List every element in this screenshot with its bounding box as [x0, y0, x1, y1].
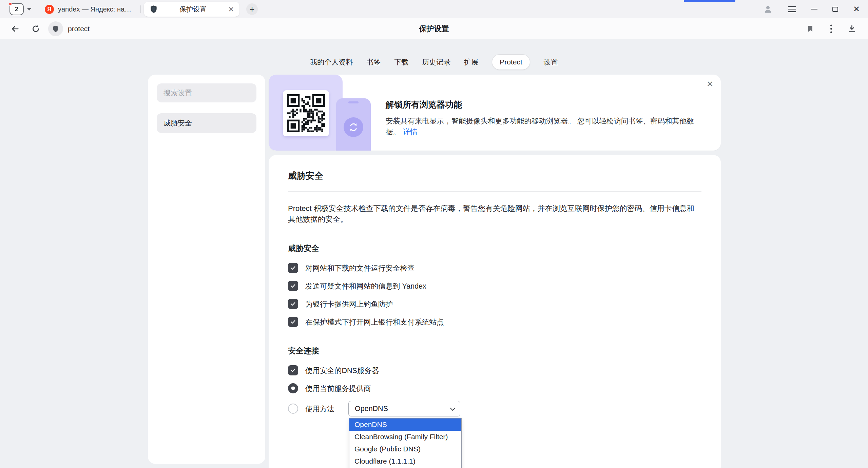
more-menu-button[interactable] — [830, 24, 832, 33]
checkbox-checked-icon[interactable] — [288, 281, 298, 291]
tab-title: 保护设置 — [162, 5, 224, 14]
search-input[interactable] — [157, 83, 256, 102]
menu-hamburger-icon[interactable] — [788, 6, 796, 12]
download-icon — [847, 24, 856, 33]
threat-security-panel: 威胁安全 Protect 积极安全技术检查下载的文件是否存在病毒，警告您有关危险… — [269, 155, 721, 468]
back-arrow-icon — [10, 24, 20, 34]
option-row-secure-dns[interactable]: 使用安全的DNS服务器 — [288, 365, 701, 376]
downloads-button[interactable] — [847, 24, 856, 33]
nav-item-settings[interactable]: 设置 — [544, 57, 558, 67]
page-title: 保护设置 — [419, 24, 449, 34]
option-row-antiphishing[interactable]: 为银行卡提供网上钓鱼防护 — [288, 298, 701, 309]
sidebar-item-threat-security[interactable]: 威胁安全 — [157, 113, 256, 133]
maximize-button[interactable] — [832, 7, 838, 12]
option-label: 使用安全的DNS服务器 — [305, 366, 379, 375]
profile-avatar-icon[interactable] — [763, 4, 773, 14]
back-button[interactable] — [10, 24, 20, 34]
section-heading-connection: 安全连接 — [288, 346, 701, 356]
dropdown-option-cloudflare[interactable]: Cloudflare (1.1.1.1) — [349, 455, 461, 467]
browser-window: 2 Я yandex — Яндекс: нашёлс 保护设置 ✕ + ✕ — [0, 0, 868, 468]
tab-yandex[interactable]: Я yandex — Яндекс: нашёлс — [41, 3, 138, 16]
banner-body: 安装具有来电显示，智能摄像头和更多功能的移动浏览器。 您可以轻松访问书签、密码和… — [386, 116, 708, 137]
nav-item-extensions[interactable]: 扩展 — [464, 57, 478, 67]
checkbox-checked-icon[interactable] — [288, 263, 298, 273]
select-value: OpenDNS — [355, 405, 388, 413]
banner-text: 解锁所有浏览器功能 安装具有来电显示，智能摄像头和更多功能的移动浏览器。 您可以… — [386, 99, 708, 137]
section-heading-threat: 威胁安全 — [288, 243, 701, 254]
nav-item-downloads[interactable]: 下载 — [394, 57, 408, 67]
bookmark-button[interactable] — [806, 25, 814, 33]
shield-favicon-icon — [149, 5, 158, 14]
banner-body-text: 安装具有来电显示，智能摄像头和更多功能的移动浏览器。 您可以轻松访问书签、密码和… — [386, 117, 694, 136]
window-controls: ✕ — [763, 0, 860, 18]
radio-row-current-provider[interactable]: 使用当前服务提供商 — [288, 383, 701, 394]
dropdown-option-google[interactable]: Google (Public DNS) — [349, 443, 461, 455]
radio-unselected-icon[interactable] — [288, 404, 298, 414]
nav-item-protect[interactable]: Protect — [492, 54, 530, 70]
option-label: 使用方法 — [305, 404, 334, 414]
nav-item-profile[interactable]: 我的个人资料 — [310, 57, 353, 67]
dns-provider-dropdown: OpenDNS CleanBrowsing (Family Filter) Go… — [349, 418, 462, 468]
banner-details-link[interactable]: 详情 — [403, 128, 418, 136]
divider — [288, 191, 701, 192]
notification-dot — [8, 2, 12, 6]
panel-title: 威胁安全 — [288, 170, 701, 182]
option-row-protected-mode[interactable]: 在保护模式下打开网上银行和支付系统站点 — [288, 316, 701, 327]
yandex-favicon-icon: Я — [45, 5, 54, 14]
banner-close-icon[interactable]: ✕ — [707, 80, 713, 88]
site-badge[interactable] — [48, 21, 63, 36]
option-label: 为银行卡提供网上钓鱼防护 — [305, 299, 393, 309]
option-label: 在保护模式下打开网上银行和支付系统站点 — [305, 317, 444, 327]
option-label: 对网站和下载的文件运行安全检查 — [305, 263, 415, 273]
reload-button[interactable] — [31, 24, 40, 33]
window-close-icon[interactable]: ✕ — [853, 5, 860, 13]
checkbox-checked-icon[interactable] — [288, 365, 298, 375]
dns-provider-select[interactable]: OpenDNS — [348, 401, 460, 416]
banner-title: 解锁所有浏览器功能 — [386, 99, 708, 110]
radio-selected-icon[interactable] — [288, 383, 298, 393]
tab-list-chevron-icon[interactable] — [27, 8, 31, 11]
tab-title: yandex — Яндекс: нашёлс — [58, 5, 134, 13]
checkbox-checked-icon[interactable] — [288, 299, 298, 309]
window-accent-bar — [684, 0, 735, 2]
dns-select-wrap: OpenDNS OpenDNS CleanBrowsing (Family Fi… — [348, 401, 460, 416]
minimize-button[interactable] — [811, 9, 817, 10]
tab-divider — [140, 5, 141, 13]
tab-protect-settings[interactable]: 保护设置 ✕ — [144, 2, 239, 17]
toolbar: protect 保护设置 — [0, 18, 868, 39]
address-input[interactable]: protect — [68, 25, 90, 33]
option-row-send-suspicious[interactable]: 发送可疑文件和网站的信息到 Yandex — [288, 280, 701, 291]
chevron-down-icon — [450, 406, 456, 411]
dropdown-option-cleanbrowsing[interactable]: CleanBrowsing (Family Filter) — [349, 431, 461, 443]
panel-description: Protect 积极安全技术检查下载的文件是否存在病毒，警告您有关危险网站，并在… — [288, 203, 697, 225]
nav-item-history[interactable]: 历史记录 — [422, 57, 450, 67]
mobile-promo-banner: ✕ 解锁所有浏览器功能 安装具有来电显示，智能摄像头和更多功能的移动浏览器。 您… — [269, 75, 721, 151]
new-tab-button[interactable]: + — [246, 3, 258, 15]
qr-code — [287, 94, 325, 132]
option-row-safety-check[interactable]: 对网站和下载的文件运行安全检查 — [288, 262, 701, 273]
option-label: 使用当前服务提供商 — [305, 384, 371, 393]
dropdown-option-opendns[interactable]: OpenDNS — [349, 418, 461, 431]
reload-icon — [31, 24, 40, 33]
bookmark-icon — [806, 25, 814, 33]
checkbox-checked-icon[interactable] — [288, 317, 298, 327]
radio-row-custom-dns[interactable]: 使用方法 OpenDNS OpenDNS CleanBrowsing (Fami… — [288, 401, 701, 416]
tab-counter-button[interactable]: 2 — [9, 3, 24, 15]
sync-icon — [344, 117, 363, 137]
site-shield-icon — [52, 25, 59, 33]
tab-strip: 2 Я yandex — Яндекс: нашёлс 保护设置 ✕ + ✕ — [0, 0, 868, 18]
tab-counter-value: 2 — [15, 5, 19, 13]
option-label: 发送可疑文件和网站的信息到 Yandex — [305, 281, 426, 291]
tab-close-icon[interactable]: ✕ — [228, 6, 234, 13]
settings-sidebar: 威胁安全 — [148, 75, 265, 464]
settings-nav: 我的个人资料 书签 下载 历史记录 扩展 Protect 设置 — [0, 54, 868, 71]
nav-item-bookmarks[interactable]: 书签 — [366, 57, 381, 67]
qr-code-box — [283, 90, 329, 136]
